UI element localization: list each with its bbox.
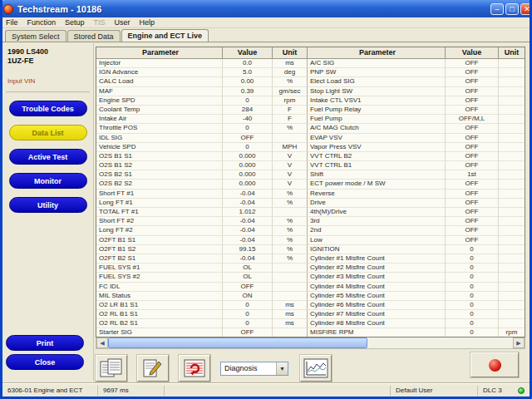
param-cell: Cylinder #5 Misfire Count bbox=[308, 292, 446, 301]
unit-cell bbox=[499, 115, 525, 124]
unit-cell bbox=[499, 106, 525, 115]
param-cell: CALC Load bbox=[96, 77, 223, 86]
minimize-icon[interactable]: – bbox=[490, 3, 504, 15]
table-row[interactable]: FC IDLOFFCylinder #4 Misfire Count0 bbox=[96, 283, 525, 292]
param-cell: O2S B2 S2 bbox=[96, 180, 223, 189]
table-row[interactable]: Short FT #2-0.04%3rdOFF bbox=[96, 217, 525, 226]
table-row[interactable]: O2 LR B1 S10msCylinder #6 Misfire Count0 bbox=[96, 301, 525, 310]
unit-cell: gm/sec bbox=[273, 87, 308, 96]
app-window: Techstream - 10186 – □ ✕ FileFunctionSet… bbox=[0, 0, 532, 399]
table-row[interactable]: Engine SPD0rpmIntake CTL VSV1OFF bbox=[96, 96, 525, 106]
unit-cell: % bbox=[273, 245, 308, 254]
record-button[interactable] bbox=[470, 352, 519, 377]
unit-cell: % bbox=[273, 199, 308, 208]
param-cell: Short FT #2 bbox=[96, 217, 223, 226]
input-vin-link[interactable]: Input VIN bbox=[7, 77, 93, 85]
value-cell: 0.39 bbox=[223, 87, 273, 96]
status-user: Default User bbox=[391, 386, 478, 396]
connection-status-icon bbox=[518, 387, 525, 394]
table-row[interactable]: TOTAL FT #11.0124th(M)/DriveOFF bbox=[96, 208, 525, 217]
unit-cell bbox=[499, 199, 525, 208]
table-row[interactable]: MIL StatusONCylinder #5 Misfire Count0 bbox=[96, 292, 525, 301]
table-row[interactable]: O2 RL B2 S10msCylinder #8 Misfire Count0 bbox=[96, 319, 525, 328]
param-cell: Cylinder #1 Misfire Count bbox=[308, 254, 446, 264]
table-row[interactable]: FUEL SYS #1OLCylinder #2 Misfire Count0 bbox=[96, 264, 525, 273]
table-row[interactable]: O2FT B2 S1-0.04%Cylinder #1 Misfire Coun… bbox=[96, 254, 525, 264]
table-row[interactable]: MAF0.39gm/secStop Light SWOFF bbox=[96, 87, 525, 96]
snapshot-button[interactable] bbox=[179, 355, 210, 382]
param-cell: FUEL SYS #2 bbox=[96, 273, 223, 282]
sidebar-item-data-list[interactable]: Data List bbox=[9, 125, 87, 140]
table-row[interactable]: CALC Load0.00%Elect Load SIGOFF bbox=[96, 77, 525, 86]
scroll-right-icon[interactable]: ▶ bbox=[513, 337, 525, 348]
menu-item-help[interactable]: Help bbox=[140, 18, 155, 27]
print-button[interactable]: Print bbox=[6, 335, 84, 351]
value-cell: 0 bbox=[446, 254, 499, 264]
data-list-view-button[interactable] bbox=[96, 355, 127, 382]
param-cell: O2 LR B1 S1 bbox=[96, 301, 223, 310]
param-cell: Engine SPD bbox=[96, 96, 223, 106]
unit-cell bbox=[273, 134, 308, 143]
tab-engine-and-ect-live[interactable]: Engine and ECT Live bbox=[121, 29, 209, 42]
value-cell: 0.000 bbox=[223, 152, 273, 161]
tab-stored-data[interactable]: Stored Data bbox=[67, 30, 121, 42]
param-cell: 4th(M)/Drive bbox=[308, 208, 446, 217]
scroll-left-icon[interactable]: ◀ bbox=[96, 337, 108, 348]
value-cell: 0 bbox=[223, 301, 273, 310]
param-cell: 2nd bbox=[308, 226, 446, 235]
sidebar-item-trouble-codes[interactable]: Trouble Codes bbox=[9, 101, 87, 116]
menu-item-tis[interactable]: TIS bbox=[94, 18, 106, 27]
horizontal-scrollbar[interactable]: ◀ ▶ bbox=[96, 337, 525, 349]
report-button[interactable] bbox=[137, 355, 169, 382]
table-row[interactable]: Coolant Temp284FFuel Pump RelayOFF bbox=[96, 106, 525, 115]
menu-item-setup[interactable]: Setup bbox=[65, 18, 85, 27]
menu-item-function[interactable]: Function bbox=[27, 18, 57, 27]
value-cell: 0.000 bbox=[223, 170, 273, 180]
unit-cell bbox=[499, 152, 525, 161]
table-row[interactable]: FUEL SYS #2OLCylinder #3 Misfire Count0 bbox=[96, 273, 525, 282]
table-row[interactable]: IDL SIGOFFEVAP VSVOFF bbox=[96, 134, 525, 143]
sidebar-item-monitor[interactable]: Monitor bbox=[9, 173, 87, 189]
table-row[interactable]: Long FT #1-0.04%DriveOFF bbox=[96, 199, 525, 208]
table-row[interactable]: Throttle POS0%A/C MAG ClutchOFF bbox=[96, 124, 525, 133]
table-row[interactable]: Intake Air-40FFuel PumpOFF/M,L bbox=[96, 115, 525, 124]
sidebar-item-utility[interactable]: Utility bbox=[9, 197, 87, 213]
status-spacer bbox=[165, 386, 391, 396]
param-cell: Intake Air bbox=[96, 115, 223, 124]
table-row[interactable]: Starter SIGOFFMISFIRE RPM0rpm bbox=[96, 328, 525, 337]
menu-item-file[interactable]: File bbox=[6, 18, 18, 27]
chevron-down-icon[interactable]: ▼ bbox=[276, 362, 288, 375]
diagnosis-dropdown[interactable]: Diagnosis ▼ bbox=[220, 362, 288, 376]
graph-view-button[interactable] bbox=[300, 355, 332, 382]
table-row[interactable]: IGN Advance5.0degPNP SWOFF bbox=[96, 68, 525, 77]
table-row[interactable]: O2S B2 S10.000VShift1st bbox=[96, 170, 525, 180]
table-row[interactable]: O2FT B1 S299.15%IGNITION0 bbox=[96, 245, 525, 254]
maximize-icon[interactable]: □ bbox=[505, 3, 519, 15]
tab-system-select[interactable]: System Select bbox=[5, 30, 66, 42]
value-cell: 0 bbox=[223, 96, 273, 106]
scrollbar-track[interactable] bbox=[108, 337, 513, 348]
param-cell: MAF bbox=[96, 87, 223, 96]
unit-cell: rpm bbox=[499, 328, 525, 337]
table-row[interactable]: O2S B1 S20.000VVVT CTRL B1OFF bbox=[96, 161, 525, 170]
close-button[interactable]: Close bbox=[6, 354, 84, 370]
table-row[interactable]: Injector0.0msA/C SIGOFF bbox=[96, 59, 525, 68]
close-icon[interactable]: ✕ bbox=[520, 3, 532, 15]
data-list-icon bbox=[100, 358, 123, 378]
param-cell: FUEL SYS #1 bbox=[96, 264, 223, 273]
table-row[interactable]: Vehicle SPD0MPHVapor Press VSVOFF bbox=[96, 143, 525, 152]
table-row[interactable]: O2 RL B1 S10msCylinder #7 Misfire Count0 bbox=[96, 310, 525, 319]
menu-item-user[interactable]: User bbox=[115, 18, 131, 27]
unit-cell bbox=[273, 328, 308, 337]
unit-cell bbox=[273, 283, 308, 292]
table-row[interactable]: O2FT B1 S1-0.04%LowOFF bbox=[96, 236, 525, 245]
header-unit-right: Unit bbox=[499, 47, 525, 58]
sidebar-item-active-test[interactable]: Active Test bbox=[9, 149, 87, 165]
param-cell: Throttle POS bbox=[96, 124, 223, 133]
scrollbar-thumb[interactable] bbox=[108, 337, 367, 348]
value-cell: OFF bbox=[446, 199, 499, 208]
table-row[interactable]: Short FT #1-0.04%ReverseOFF bbox=[96, 190, 525, 199]
table-row[interactable]: O2S B1 S10.000VVVT CTRL B2OFF bbox=[96, 152, 525, 161]
table-row[interactable]: Long FT #2-0.04%2ndOFF bbox=[96, 226, 525, 235]
table-row[interactable]: O2S B2 S20.000VECT power mode / M SWOFF bbox=[96, 180, 525, 189]
